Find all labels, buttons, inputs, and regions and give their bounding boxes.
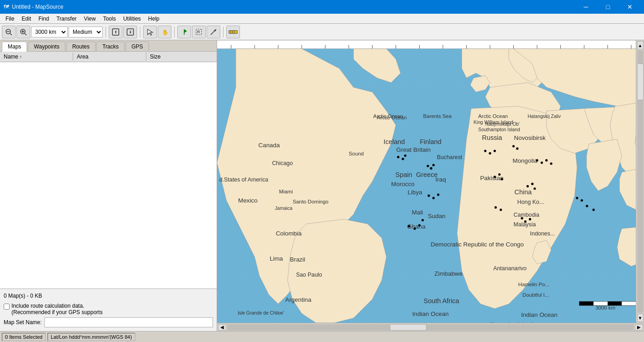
menu-item-find[interactable]: Find (35, 14, 53, 24)
tab-maps[interactable]: Maps (2, 42, 27, 52)
menu-item-view[interactable]: View (80, 14, 100, 24)
title-bar: 🗺 Untitled - MapSource ─ □ ✕ (0, 0, 644, 14)
col-header-area[interactable]: Area (73, 53, 146, 61)
maximize-button[interactable]: □ (597, 0, 618, 14)
svg-point-120 (427, 165, 429, 167)
tab-routes[interactable]: Routes (66, 42, 96, 51)
coordinates-status: Lat/Lon hddd°mm.mmmm'(WGS 84) (48, 333, 135, 341)
menu-item-tools[interactable]: Tools (99, 14, 119, 24)
scroll-thumb-vertical[interactable] (637, 64, 644, 100)
svg-text:Hamelin Po...: Hamelin Po... (518, 282, 549, 287)
close-button[interactable]: ✕ (619, 0, 640, 14)
svg-text:Hatangskij Zaliv: Hatangskij Zaliv (527, 114, 561, 119)
tab-gps[interactable]: GPS (126, 42, 149, 51)
menu-item-transfer[interactable]: Transfer (53, 14, 80, 24)
svg-text:Pakistan: Pakistan (480, 175, 503, 182)
separator-3 (174, 27, 175, 37)
select-tool-button[interactable] (143, 26, 157, 38)
separator-4 (223, 27, 224, 37)
svg-point-126 (512, 145, 515, 147)
separator-1 (106, 27, 106, 37)
zoom-out-button[interactable] (2, 26, 16, 38)
items-selected-status: 0 Items Selected (2, 333, 46, 341)
svg-text:Sudan: Sudan (428, 213, 446, 219)
scroll-track-vertical[interactable] (637, 50, 644, 313)
svg-point-118 (402, 158, 404, 160)
route-calc-checkbox[interactable] (4, 304, 10, 310)
map-svg: 3000 km Arctic Ocean King William Island… (217, 40, 636, 323)
svg-text:Zimbabwe: Zimbabwe (435, 270, 463, 277)
svg-text:Greece: Greece (416, 171, 437, 178)
detail-level-select[interactable]: Medium Low High (69, 27, 103, 37)
menu-item-help[interactable]: Help (144, 14, 163, 24)
map-area[interactable]: 3000 km Arctic Ocean King William Island… (217, 40, 636, 323)
zoom-in-button[interactable] (16, 26, 30, 38)
receive-from-device-button[interactable]: ⬇ (123, 26, 137, 38)
svg-point-138 (576, 197, 578, 199)
menu-item-edit[interactable]: Edit (18, 14, 35, 24)
svg-text:Iraq: Iraq (436, 176, 446, 183)
svg-point-139 (580, 199, 583, 202)
minimize-button[interactable]: ─ (575, 0, 596, 14)
svg-text:Nadymskaja Ob': Nadymskaja Ob' (485, 122, 520, 127)
svg-point-132 (494, 176, 496, 178)
tab-tracks[interactable]: Tracks (96, 42, 125, 51)
svg-text:Morocco: Morocco (391, 181, 415, 187)
svg-marker-14 (184, 29, 187, 33)
maps-status: 0 Map(s) - 0 KB (4, 293, 213, 299)
svg-point-121 (430, 167, 432, 170)
svg-text:d.States of America: d.States of America (219, 176, 268, 183)
left-panel: MapsWaypointsRoutesTracksGPS Name ↑ Area… (0, 40, 217, 331)
svg-text:Antananarivo: Antananarivo (493, 265, 527, 272)
svg-point-128 (536, 159, 538, 161)
tab-waypoints[interactable]: Waypoints (28, 42, 65, 51)
svg-text:Bucharest: Bucharest (437, 154, 463, 160)
main-area: MapsWaypointsRoutesTracksGPS Name ↑ Area… (0, 40, 644, 331)
app-icon: 🗺 (4, 4, 9, 10)
scroll-track-horizontal[interactable] (227, 324, 634, 331)
window-controls: ─ □ ✕ (575, 0, 640, 14)
menu-item-file[interactable]: File (2, 14, 18, 24)
arrow-tool-button[interactable] (207, 26, 220, 38)
svg-point-129 (541, 161, 543, 164)
svg-line-4 (25, 33, 27, 35)
new-route-button[interactable]: R (192, 26, 206, 38)
menu-item-utilities[interactable]: Utilities (119, 14, 144, 24)
scroll-up-button[interactable]: ▲ (637, 41, 644, 49)
svg-point-144 (437, 193, 439, 196)
map-and-vscroll: 3000 km Arctic Ocean King William Island… (217, 40, 644, 323)
route-calc-row: Include route calculation data. (Recomme… (4, 303, 213, 315)
horizontal-scrollbar[interactable]: ◀ ▶ (217, 323, 644, 331)
scroll-left-button[interactable]: ◀ (218, 324, 226, 331)
svg-point-150 (421, 219, 424, 221)
col-header-size[interactable]: Size (146, 53, 217, 61)
svg-point-135 (527, 185, 529, 187)
svg-text:Indones...: Indones... (530, 230, 555, 237)
new-waypoint-button[interactable] (177, 26, 191, 38)
svg-point-117 (397, 156, 399, 158)
svg-text:Arctic Ocean: Arctic Ocean (478, 113, 508, 119)
svg-text:Arctic Ocean: Arctic Ocean (373, 113, 403, 119)
svg-point-140 (586, 205, 588, 207)
svg-text:Brazil: Brazil (290, 256, 305, 263)
toolbar: 3000 km 2000 km 5000 km Medium Low High … (0, 24, 644, 40)
svg-text:Mexico: Mexico (238, 197, 257, 204)
hand-tool-button[interactable]: ✋ (158, 26, 171, 38)
tabs-bar: MapsWaypointsRoutesTracksGPS (0, 40, 217, 52)
scroll-down-button[interactable]: ▼ (637, 314, 644, 322)
svg-point-123 (484, 150, 486, 152)
measure-button[interactable] (226, 26, 240, 38)
map-set-input[interactable] (44, 317, 213, 327)
svg-text:Iceland: Iceland (383, 138, 404, 145)
scroll-right-button[interactable]: ▶ (635, 324, 643, 331)
col-header-name[interactable]: Name ↑ (0, 53, 73, 61)
svg-text:Indian Ocean: Indian Ocean (412, 310, 449, 317)
zoom-level-select[interactable]: 3000 km 2000 km 5000 km (31, 27, 68, 37)
status-bar: 0 Items Selected Lat/Lon hddd°mm.mmmm'(W… (0, 331, 644, 342)
svg-text:Novosibirsk: Novosibirsk (514, 134, 546, 141)
vertical-scrollbar[interactable]: ▲ ▼ (636, 40, 644, 323)
svg-text:Cambodia: Cambodia (514, 212, 539, 218)
send-to-device-button[interactable]: ⬆ (109, 26, 122, 38)
scroll-thumb-horizontal[interactable] (390, 324, 426, 331)
svg-text:Kerguelen Islands: Kerguelen Islands (490, 321, 536, 323)
